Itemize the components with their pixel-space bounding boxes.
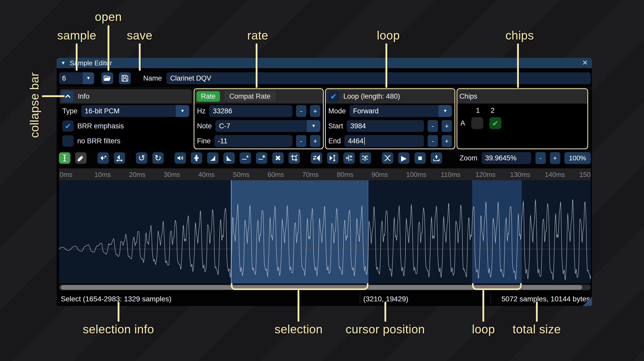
stop-icon: ■ <box>418 154 422 162</box>
hz-label: Hz <box>197 107 206 115</box>
close-icon[interactable]: ✕ <box>582 59 588 67</box>
undo-button[interactable]: ↺ <box>136 152 147 164</box>
loop-end-minus-button[interactable]: - <box>428 135 438 147</box>
fade-out-button[interactable] <box>223 152 235 164</box>
insert-silence-button[interactable] <box>240 152 251 164</box>
fine-field[interactable]: -11 <box>214 135 292 147</box>
ruler-tick: 20ms <box>129 171 146 179</box>
zoom-label: Zoom <box>459 154 477 162</box>
annotation-collapse-bar: collapse bar <box>27 72 41 138</box>
delete-x-icon: ✖ <box>275 154 281 162</box>
mode-label: Mode <box>328 107 346 115</box>
resize-button[interactable] <box>114 152 125 164</box>
insert-space-button[interactable] <box>97 152 109 164</box>
trim-button[interactable] <box>289 152 300 164</box>
apply-silence-button[interactable] <box>256 152 267 164</box>
fine-minus-button[interactable]: - <box>296 135 306 147</box>
reverse-icon <box>313 154 320 162</box>
type-label: Type <box>62 107 78 115</box>
stop-button[interactable]: ■ <box>414 152 426 164</box>
resize-grip[interactable] <box>583 297 592 306</box>
select-tool-button[interactable] <box>59 152 70 164</box>
chips-panel: Chips 1 2 A ✔ <box>457 88 588 149</box>
chips-panel-title: Chips <box>459 92 477 100</box>
ruler-tick: 60ms <box>268 171 284 179</box>
invert-button[interactable] <box>327 152 338 164</box>
chevron-down-icon: ▼ <box>307 120 320 132</box>
time-ruler: 0ms 10ms 20ms 30ms 40ms 50ms 60ms 70ms 8… <box>59 168 591 180</box>
status-bar: Select (1654-2983: 1329 samples) (3210, … <box>57 292 592 306</box>
tab-compat-rate[interactable]: Compat Rate <box>224 91 276 102</box>
loop-start-minus-button[interactable]: - <box>428 120 438 132</box>
plus-minus-sign-icon <box>345 154 353 162</box>
fade-in-button[interactable] <box>207 152 218 164</box>
chip-row-label: A <box>460 119 465 127</box>
sample-selector-value: 6 <box>59 72 83 84</box>
annotation-line-open <box>108 25 109 71</box>
loop-panel-title: Loop (length: 480) <box>343 92 400 100</box>
ruler-tick: 140ms <box>545 171 565 179</box>
open-button[interactable] <box>101 72 113 84</box>
floppy-save-icon <box>121 74 129 82</box>
export-button[interactable] <box>431 152 442 164</box>
wave-plus-icon <box>100 154 107 162</box>
ruler-tick: 90ms <box>372 171 388 179</box>
annotation-open: open <box>95 10 122 24</box>
fine-plus-button[interactable]: + <box>310 135 320 147</box>
hz-field[interactable]: 33286 <box>209 105 292 117</box>
zoom-in-button[interactable]: + <box>550 152 560 164</box>
filter-button[interactable] <box>360 152 371 164</box>
annotation-loop-bottom: loop <box>472 322 495 336</box>
name-field[interactable]: Clarinet DQV <box>166 72 591 84</box>
loop-start-field[interactable]: 3984 <box>347 120 424 132</box>
no-brr-filters-checkbox[interactable] <box>62 135 74 147</box>
chip-a1-checkbox[interactable] <box>471 117 483 129</box>
sample-editor-window: ▼ Sample Editor ✕ 6 ▼ <box>57 58 592 306</box>
save-button[interactable] <box>119 72 131 84</box>
annotation-rate: rate <box>247 28 268 42</box>
brr-emphasis-label: BRR emphasis <box>77 122 124 130</box>
zoom-out-button[interactable]: - <box>535 152 546 164</box>
ruler-tick: 10ms <box>94 171 111 179</box>
loop-start-label: Start <box>328 122 343 130</box>
ruler-tick: 100ms <box>406 171 426 179</box>
no-brr-filters-label: no BRR filters <box>77 137 120 145</box>
reverse-button[interactable] <box>311 152 322 164</box>
window-titlebar[interactable]: ▼ Sample Editor ✕ <box>57 58 592 68</box>
note-dropdown[interactable]: C-7 ▼ <box>215 120 320 132</box>
ruler-tick: 150ms <box>579 171 591 179</box>
brr-emphasis-checkbox[interactable]: ✔ <box>62 120 74 132</box>
waveform-display[interactable] <box>59 180 591 284</box>
draw-tool-button[interactable] <box>75 152 87 164</box>
crossfade-button[interactable] <box>382 152 393 164</box>
loop-enable-checkbox[interactable]: ✔ <box>328 91 339 102</box>
play-button[interactable]: ▶ <box>398 152 410 164</box>
sample-selector[interactable]: 6 ▼ <box>59 72 94 84</box>
loop-end-plus-button[interactable]: + <box>442 135 452 147</box>
normalize-button[interactable] <box>191 152 202 164</box>
delete-button[interactable]: ✖ <box>272 152 284 164</box>
zoom-controls: Zoom 39.9645% - + 100% <box>459 152 591 164</box>
zoom-reset-button[interactable]: 100% <box>564 152 591 164</box>
signedness-button[interactable] <box>343 152 355 164</box>
loop-start-plus-button[interactable]: + <box>442 120 452 132</box>
hz-minus-button[interactable]: - <box>296 105 306 117</box>
ruler-tick: 130ms <box>510 171 530 179</box>
redo-button[interactable]: ↻ <box>152 152 164 164</box>
undo-icon: ↺ <box>138 153 145 163</box>
chevron-down-icon[interactable]: ▼ <box>83 72 94 84</box>
tab-rate[interactable]: Rate <box>196 91 220 102</box>
sample-type-value: 16-bit PCM <box>81 105 176 117</box>
annotation-line-collapse-bar <box>42 95 65 97</box>
loop-end-field[interactable]: 4464 <box>344 135 424 147</box>
selection-info-text: Select (1654-2983: 1329 samples) <box>61 295 171 303</box>
crop-icon <box>291 154 298 162</box>
volume-button[interactable] <box>175 152 186 164</box>
window-collapse-icon[interactable]: ▼ <box>61 60 66 66</box>
sample-type-dropdown[interactable]: 16-bit PCM ▼ <box>81 105 189 117</box>
chip-a2-checkbox[interactable]: ✔ <box>489 117 501 129</box>
loop-mode-dropdown[interactable]: Forward ▼ <box>350 105 452 117</box>
wave-stretch-icon <box>116 154 123 162</box>
zoom-value-field[interactable]: 39.9645% <box>482 152 531 164</box>
hz-plus-button[interactable]: + <box>310 105 320 117</box>
